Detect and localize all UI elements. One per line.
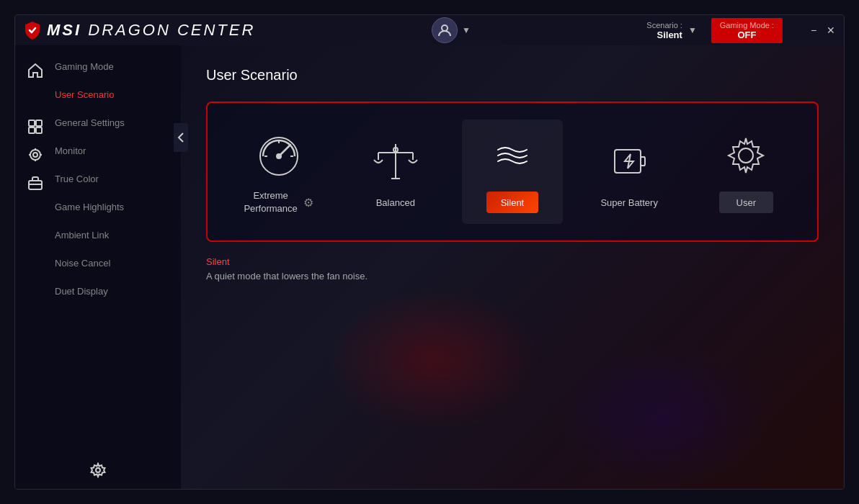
sidebar-item-game-highlights[interactable]: Game Highlights — [15, 193, 181, 221]
close-button[interactable]: ✕ — [825, 24, 837, 36]
sidebar-settings-button[interactable] — [15, 451, 181, 489]
nav-group-home: Gaming Mode User Scenario — [15, 53, 181, 109]
gaming-mode-block[interactable]: Gaming Mode : OFF — [711, 18, 783, 43]
app-title: msi MSI Dragon CenterDRAGON CENTER — [47, 21, 255, 40]
bg-glow-red — [325, 287, 541, 431]
minimize-button[interactable]: − — [808, 24, 819, 36]
scenario-value: Silent — [657, 30, 682, 40]
sidebar-label-noise-cancel: Noise Cancel — [55, 258, 110, 269]
scenario-card-silent[interactable]: Silent — [462, 120, 563, 224]
super-battery-icon — [604, 136, 654, 186]
gaming-mode-value: OFF — [720, 30, 774, 40]
home-icon-area — [15, 53, 55, 109]
user-profile-area[interactable]: ▼ — [432, 17, 471, 43]
user-label-bg: User — [719, 192, 773, 213]
super-battery-label-group: Super Battery — [600, 197, 658, 208]
scenario-info: Scenario : Silent — [646, 21, 682, 40]
scenario-card-user[interactable]: User — [695, 120, 796, 224]
sidebar-item-monitor[interactable]: Monitor — [55, 137, 181, 165]
silent-active-badge: Silent — [486, 192, 539, 213]
sidebar-label-game-highlights: Game Highlights — [55, 202, 124, 212]
scenario-container: ExtremePerformance ⚙ — [206, 102, 819, 242]
nav-text-group-general: General Settings — [55, 109, 181, 137]
user-label-group: User — [719, 192, 773, 213]
svg-point-27 — [739, 148, 753, 163]
grid-icon-area — [15, 109, 55, 137]
silent-icon — [487, 130, 538, 181]
scenario-card-balanced[interactable]: Balanced — [345, 125, 446, 219]
msi-shield-icon — [22, 20, 43, 40]
sidebar-item-duet-display[interactable]: Duet Display — [15, 277, 181, 305]
scenario-dropdown-arrow[interactable]: ▼ — [688, 25, 697, 35]
sidebar-label-ambient-link: Ambient Link — [55, 230, 109, 240]
titlebar: msi MSI Dragon CenterDRAGON CENTER ▼ Sce… — [15, 15, 844, 45]
scenario-card-super-battery[interactable]: Super Battery — [579, 125, 680, 219]
description-text: A quiet mode that lowers the fan noise. — [206, 271, 819, 282]
balanced-icon — [370, 136, 421, 186]
gaming-mode-label: Gaming Mode : — [720, 21, 774, 30]
description-area: Silent A quiet mode that lowers the fan … — [206, 256, 819, 282]
nav-text-group-home: Gaming Mode User Scenario — [55, 53, 181, 109]
main-content: User Scenario — [181, 45, 844, 489]
sidebar-item-gaming-mode[interactable]: Gaming Mode — [55, 53, 181, 81]
silent-label-group: Silent — [486, 192, 539, 213]
bg-glow-blue — [556, 345, 772, 489]
briefcase-icon-area — [15, 165, 55, 193]
sidebar-item-ambient-link[interactable]: Ambient Link — [15, 221, 181, 249]
sidebar-collapse-button[interactable] — [174, 123, 188, 152]
user-label-text: User — [736, 197, 756, 208]
sidebar-item-user-scenario[interactable]: User Scenario — [55, 81, 181, 109]
window-body: Gaming Mode User Scenario General Settin… — [15, 45, 844, 489]
svg-rect-1 — [29, 120, 35, 126]
window-controls: − ✕ — [808, 24, 837, 36]
monitor-icon-area — [15, 137, 55, 165]
nav-text-group-truecolor: True Color — [55, 165, 181, 193]
svg-point-0 — [442, 25, 448, 31]
svg-rect-26 — [641, 157, 645, 166]
svg-rect-3 — [29, 127, 35, 133]
sidebar-item-noise-cancel[interactable]: Noise Cancel — [15, 249, 181, 277]
titlebar-left: msi MSI Dragon CenterDRAGON CENTER — [22, 20, 255, 40]
user-icon — [721, 130, 771, 181]
nav-text-group-monitor: Monitor — [55, 137, 181, 165]
scenario-card-extreme-performance[interactable]: ExtremePerformance ⚙ — [228, 117, 329, 226]
msi-logo: msi MSI Dragon CenterDRAGON CENTER — [22, 20, 255, 40]
scenario-block[interactable]: Scenario : Silent ▼ — [646, 21, 696, 40]
sidebar-item-general-settings[interactable]: General Settings — [55, 109, 181, 137]
extreme-performance-gear-icon[interactable]: ⚙ — [303, 196, 313, 210]
sidebar: Gaming Mode User Scenario General Settin… — [15, 45, 181, 489]
svg-rect-2 — [36, 120, 42, 126]
svg-rect-4 — [36, 127, 42, 133]
super-battery-label-text: Super Battery — [600, 197, 658, 208]
silent-label-text: Silent — [501, 197, 525, 208]
nav-group-truecolor: True Color — [15, 165, 181, 193]
balanced-label-text: Balanced — [376, 197, 415, 208]
main-window: msi MSI Dragon CenterDRAGON CENTER ▼ Sce… — [14, 14, 845, 490]
extreme-performance-icon — [254, 128, 304, 179]
svg-point-6 — [33, 153, 37, 157]
svg-point-5 — [30, 150, 40, 160]
nav-group-monitor: Monitor — [15, 137, 181, 165]
description-title: Silent — [206, 256, 819, 267]
svg-point-12 — [277, 154, 281, 158]
scenario-label: Scenario : — [646, 21, 682, 30]
sidebar-label-duet-display: Duet Display — [55, 286, 108, 297]
titlebar-right: Scenario : Silent ▼ Gaming Mode : OFF − … — [646, 18, 837, 43]
extreme-performance-label-group: ExtremePerformance ⚙ — [244, 189, 313, 215]
sidebar-item-true-color[interactable]: True Color — [55, 165, 181, 193]
nav-group-general: General Settings — [15, 109, 181, 137]
user-avatar[interactable] — [432, 17, 458, 43]
extreme-performance-label-text: ExtremePerformance — [244, 189, 297, 215]
svg-point-9 — [96, 468, 100, 472]
balanced-label-group: Balanced — [376, 197, 415, 208]
user-dropdown-arrow[interactable]: ▼ — [462, 25, 471, 35]
page-title: User Scenario — [206, 67, 819, 84]
